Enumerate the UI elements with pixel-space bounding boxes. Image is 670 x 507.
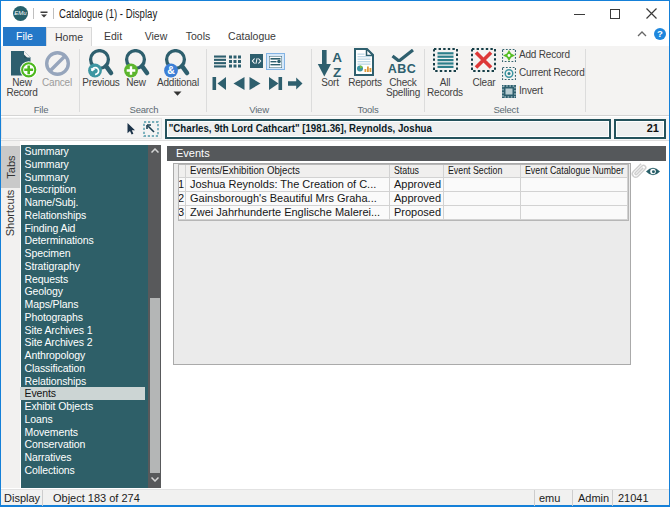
svg-text:&: & [167, 64, 175, 76]
svg-text:A: A [332, 50, 342, 65]
